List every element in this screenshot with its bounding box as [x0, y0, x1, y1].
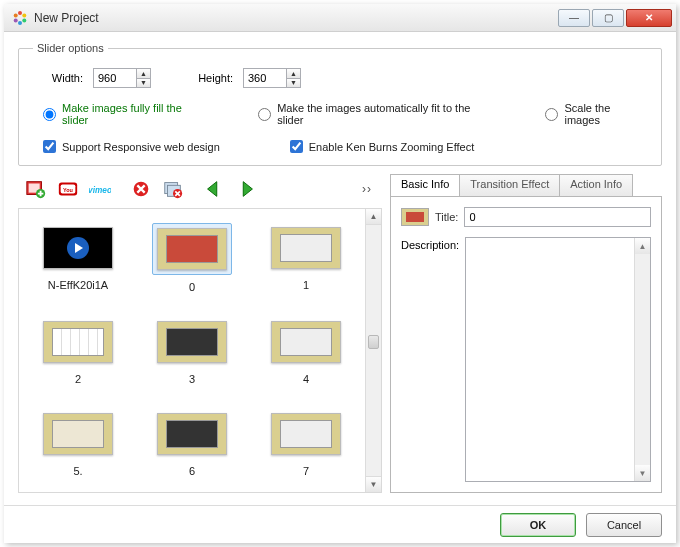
height-spinner[interactable]: ▲▼: [243, 68, 301, 88]
thumbnail-image: [43, 227, 113, 269]
svg-point-0: [18, 11, 22, 15]
properties-pane: Basic Info Transition Effect Action Info…: [390, 174, 662, 493]
slider-options-legend: Slider options: [33, 42, 108, 54]
width-input[interactable]: [94, 69, 136, 87]
thumbnail-item[interactable]: 4: [257, 317, 355, 385]
description-label: Description:: [401, 237, 459, 482]
thumbnail-item[interactable]: 1: [257, 223, 355, 293]
thumbnail-image: [43, 321, 113, 363]
width-spinner[interactable]: ▲▼: [93, 68, 151, 88]
radio-fit-label: Make the images automatically fit to the…: [277, 102, 495, 126]
tab-action-info[interactable]: Action Info: [559, 174, 633, 196]
thumbnail-item[interactable]: 2: [29, 317, 127, 385]
slider-options-group: Slider options Width: ▲▼ Height: ▲▼ Make…: [18, 42, 662, 166]
thumbnail-item[interactable]: 3: [143, 317, 241, 385]
thumbnail-label: 7: [303, 465, 309, 477]
thumbnail-label: 6: [189, 465, 195, 477]
tab-transition-effect[interactable]: Transition Effect: [459, 174, 560, 196]
scroll-down-icon[interactable]: ▼: [366, 476, 381, 492]
radio-scale[interactable]: [545, 108, 558, 121]
dialog-footer: OK Cancel: [4, 505, 676, 543]
desc-scroll-up-icon[interactable]: ▲: [635, 238, 650, 254]
width-label: Width:: [33, 72, 83, 84]
thumbnail-item[interactable]: 7: [257, 409, 355, 477]
vimeo-icon[interactable]: vimeo: [88, 177, 112, 201]
maximize-button[interactable]: ▢: [592, 9, 624, 27]
close-button[interactable]: ✕: [626, 9, 672, 27]
minimize-button[interactable]: —: [558, 9, 590, 27]
svg-point-3: [18, 21, 22, 25]
thumbnail-image: [271, 321, 341, 363]
thumbnail-label: 2: [75, 373, 81, 385]
svg-text:vimeo: vimeo: [89, 186, 111, 195]
check-kenburns[interactable]: [290, 140, 303, 153]
scroll-thumb[interactable]: [368, 335, 379, 349]
thumbnail-image: [271, 413, 341, 455]
thumbnail-label: 0: [189, 281, 195, 293]
window-title: New Project: [34, 11, 558, 25]
radio-scale-label: Scale the images: [564, 102, 647, 126]
svg-point-4: [14, 18, 18, 22]
svg-text:You: You: [63, 187, 73, 193]
thumbnail-item[interactable]: 5.: [29, 409, 127, 477]
check-responsive[interactable]: [43, 140, 56, 153]
thumbnail-image: [157, 413, 227, 455]
window: New Project — ▢ ✕ Slider options Width: …: [4, 4, 676, 543]
move-right-icon[interactable]: [234, 177, 258, 201]
ok-button[interactable]: OK: [500, 513, 576, 537]
thumbnail-pane: You vimeo: [18, 174, 382, 493]
add-image-icon[interactable]: [24, 177, 48, 201]
thumbnail-item[interactable]: 6: [143, 409, 241, 477]
delete-icon[interactable]: [129, 177, 153, 201]
app-icon: [12, 10, 28, 26]
thumbnail-label: 4: [303, 373, 309, 385]
svg-point-2: [22, 18, 26, 22]
thumbnail-item[interactable]: N-EffK20i1A: [29, 223, 127, 293]
delete-all-icon[interactable]: [161, 177, 185, 201]
thumbnail-label: 1: [303, 279, 309, 291]
thumbnail-image: [157, 321, 227, 363]
description-textarea[interactable]: ▲ ▼: [465, 237, 651, 482]
titlebar: New Project — ▢ ✕: [4, 4, 676, 32]
tab-basic-info[interactable]: Basic Info: [390, 174, 460, 196]
scroll-up-icon[interactable]: ▲: [366, 209, 381, 225]
thumbnail-label: 3: [189, 373, 195, 385]
toolbar-overflow-icon[interactable]: ››: [362, 182, 376, 196]
youtube-icon[interactable]: You: [56, 177, 80, 201]
desc-scroll-down-icon[interactable]: ▼: [635, 465, 650, 481]
check-kenburns-label: Enable Ken Burns Zooming Effect: [309, 141, 475, 153]
height-down-icon[interactable]: ▼: [287, 78, 300, 88]
title-thumbnail-icon: [401, 208, 429, 226]
thumbnail-item[interactable]: 0: [143, 223, 241, 293]
thumbnail-image: [157, 228, 227, 270]
thumbnail-label: 5.: [73, 465, 82, 477]
radio-fill[interactable]: [43, 108, 56, 121]
toolbar: You vimeo: [18, 174, 382, 204]
title-input[interactable]: [464, 207, 651, 227]
radio-fill-label: Make images fully fill the slider: [62, 102, 208, 126]
width-up-icon[interactable]: ▲: [137, 69, 150, 78]
radio-fit[interactable]: [258, 108, 271, 121]
svg-point-5: [14, 13, 18, 17]
height-label: Height:: [183, 72, 233, 84]
thumbnail-scrollbar[interactable]: ▲ ▼: [365, 209, 381, 492]
thumbnail-label: N-EffK20i1A: [48, 279, 108, 291]
play-icon: [67, 237, 89, 259]
svg-point-1: [22, 13, 26, 17]
check-responsive-label: Support Responsive web design: [62, 141, 220, 153]
thumbnail-image: [271, 227, 341, 269]
height-up-icon[interactable]: ▲: [287, 69, 300, 78]
move-left-icon[interactable]: [202, 177, 226, 201]
title-label: Title:: [435, 211, 458, 223]
height-input[interactable]: [244, 69, 286, 87]
width-down-icon[interactable]: ▼: [137, 78, 150, 88]
cancel-button[interactable]: Cancel: [586, 513, 662, 537]
thumbnail-image: [43, 413, 113, 455]
